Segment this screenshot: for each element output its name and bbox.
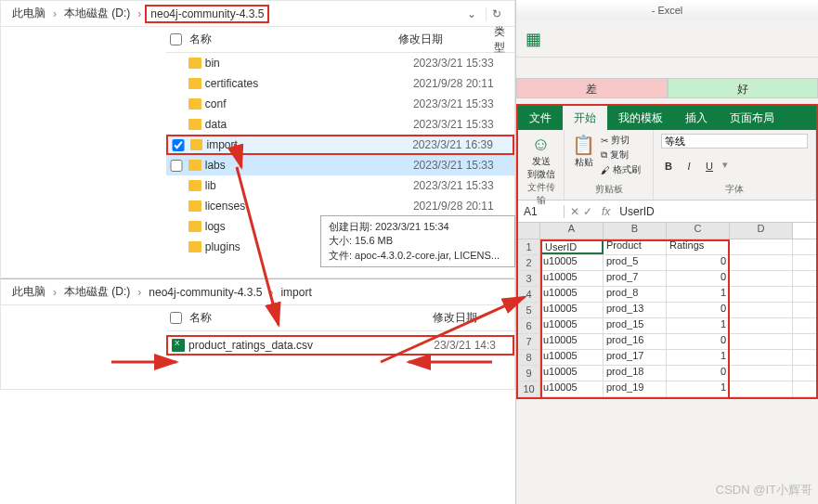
cell[interactable] — [730, 366, 793, 381]
cell[interactable]: prod_18 — [604, 366, 667, 381]
sheet-row[interactable]: 8u10005prod_171 — [518, 350, 816, 366]
paste-icon[interactable]: 📋 — [572, 134, 595, 156]
confirm-icon[interactable]: ✓ — [583, 205, 592, 218]
breadcrumb-dropdown-icon[interactable]: ⌄ — [461, 7, 482, 20]
sheet-row[interactable]: 9u10005prod_180 — [518, 366, 816, 381]
cell[interactable]: 1 — [667, 318, 730, 333]
row-header[interactable]: 7 — [518, 334, 540, 349]
sheet-row[interactable]: 2u10005prod_50 — [518, 255, 816, 271]
fx-icon[interactable]: fx — [598, 205, 614, 218]
cell[interactable]: 0 — [667, 303, 730, 317]
select-all-checkbox[interactable] — [170, 312, 182, 324]
row-header[interactable]: 10 — [518, 381, 540, 396]
sheet-row[interactable]: 5u10005prod_130 — [518, 303, 816, 318]
cell[interactable]: prod_17 — [604, 350, 667, 365]
breadcrumb-item[interactable]: import — [277, 284, 315, 301]
cell[interactable]: Ratings — [667, 239, 730, 254]
cell[interactable] — [730, 271, 793, 286]
folder-row[interactable]: import2023/3/21 16:39 — [166, 135, 514, 155]
ribbon-tab[interactable]: 我的模板 — [607, 106, 674, 130]
breadcrumb-item[interactable]: 本地磁盘 (D:) — [60, 282, 134, 302]
column-type-header[interactable]: 类型 — [494, 24, 514, 56]
row-header[interactable]: 9 — [518, 366, 540, 381]
row-checkbox[interactable] — [172, 139, 185, 151]
cell[interactable]: 0 — [667, 271, 730, 286]
folder-row[interactable]: labs2023/3/21 15:33 — [166, 155, 514, 175]
column-name-header[interactable]: 名称 — [189, 32, 398, 47]
cell[interactable]: u10005 — [540, 350, 604, 365]
bold-button[interactable]: B — [661, 159, 676, 174]
select-all-checkbox[interactable] — [170, 33, 182, 45]
cell[interactable] — [730, 350, 793, 365]
folder-row[interactable]: certificates2021/9/28 20:11 — [166, 73, 514, 94]
breadcrumb-item[interactable]: neo4j-community-4.3.5 — [145, 284, 266, 301]
column-date-header[interactable]: 修改日期 — [398, 32, 494, 47]
cell[interactable]: UserID — [540, 239, 604, 254]
refresh-icon[interactable]: ↻ — [486, 7, 507, 20]
column-header[interactable]: A — [540, 223, 604, 239]
cell[interactable] — [730, 334, 793, 349]
row-header[interactable]: 2 — [518, 255, 540, 270]
cell[interactable]: 1 — [667, 350, 730, 365]
cell[interactable]: Product — [604, 239, 667, 254]
cell[interactable]: 1 — [667, 381, 730, 396]
cell[interactable]: prod_19 — [604, 381, 667, 396]
column-header[interactable]: D — [730, 223, 793, 239]
sheet-row[interactable]: 10u10005prod_191 — [518, 381, 816, 397]
wechat-icon[interactable]: ☺ — [526, 134, 556, 155]
ribbon-tab[interactable]: 文件 — [518, 106, 563, 130]
cell[interactable]: prod_13 — [604, 303, 667, 317]
cell[interactable]: prod_16 — [604, 334, 667, 349]
sheet-row[interactable]: 1UserIDProductRatings — [518, 239, 816, 255]
tag-good[interactable]: 好 — [668, 78, 819, 98]
sheet-row[interactable]: 7u10005prod_160 — [518, 334, 816, 350]
cell[interactable]: prod_5 — [604, 255, 667, 270]
row-header[interactable]: 6 — [518, 318, 540, 333]
cell[interactable]: prod_8 — [604, 287, 667, 302]
cell[interactable]: prod_15 — [604, 318, 667, 333]
cell[interactable] — [730, 303, 793, 317]
cell[interactable]: u10005 — [540, 334, 604, 349]
row-header[interactable]: 3 — [518, 271, 540, 286]
folder-row[interactable]: data2023/3/21 15:33 — [166, 114, 514, 135]
breadcrumb-top[interactable]: 此电脑 › 本地磁盘 (D:) › neo4j-community-4.3.5 … — [1, 1, 514, 27]
cut-button[interactable]: ✂剪切 — [601, 134, 641, 147]
breadcrumb-item-current[interactable]: neo4j-community-4.3.5 — [145, 5, 269, 23]
cell[interactable]: prod_7 — [604, 271, 667, 286]
underline-button[interactable]: U — [702, 159, 717, 174]
chevron-down-icon[interactable]: ▾ — [722, 159, 728, 174]
cell[interactable]: u10005 — [540, 255, 604, 270]
name-box[interactable]: A1 — [518, 205, 565, 218]
row-header[interactable]: 5 — [518, 303, 540, 317]
cell[interactable]: u10005 — [540, 381, 604, 396]
tag-bad[interactable]: 差 — [516, 78, 668, 98]
cancel-icon[interactable]: ✕ — [570, 205, 579, 218]
breadcrumb-item[interactable]: 此电脑 — [8, 4, 49, 23]
font-name-input[interactable] — [661, 134, 808, 149]
cell[interactable]: u10005 — [540, 366, 604, 381]
format-painter-button[interactable]: 🖌格式刷 — [601, 163, 641, 176]
folder-row[interactable]: lib2023/3/21 15:33 — [166, 175, 514, 196]
sheet-row[interactable]: 6u10005prod_151 — [518, 318, 816, 334]
row-header[interactable]: 1 — [518, 239, 540, 254]
column-header[interactable]: C — [667, 223, 730, 239]
row-checkbox[interactable] — [170, 160, 183, 172]
folder-row[interactable]: conf2023/3/21 15:33 — [166, 94, 514, 114]
cell[interactable]: 0 — [667, 334, 730, 349]
cell[interactable]: u10005 — [540, 287, 604, 302]
cell[interactable] — [730, 318, 793, 333]
spreadsheet[interactable]: ABCD 1UserIDProductRatings2u10005prod_50… — [518, 223, 816, 397]
sheet-row[interactable]: 4u10005prod_81 — [518, 287, 816, 303]
cell[interactable]: 0 — [667, 255, 730, 270]
folder-row[interactable]: bin2023/3/21 15:33 — [166, 53, 514, 73]
ribbon-tab[interactable]: 开始 — [563, 106, 607, 130]
cell[interactable] — [730, 255, 793, 270]
row-header[interactable]: 8 — [518, 350, 540, 365]
csv-file-row[interactable]: product_ratings_data.csv 23/3/21 14:3 — [166, 335, 514, 355]
copy-button[interactable]: ⧉复制 — [601, 149, 641, 162]
italic-button[interactable]: I — [682, 159, 696, 174]
cell[interactable]: u10005 — [540, 271, 604, 286]
breadcrumb-bottom[interactable]: 此电脑 › 本地磁盘 (D:) › neo4j-community-4.3.5 … — [1, 279, 514, 305]
breadcrumb-item[interactable]: 本地磁盘 (D:) — [60, 4, 134, 23]
ribbon-tab[interactable]: 页面布局 — [719, 106, 786, 130]
